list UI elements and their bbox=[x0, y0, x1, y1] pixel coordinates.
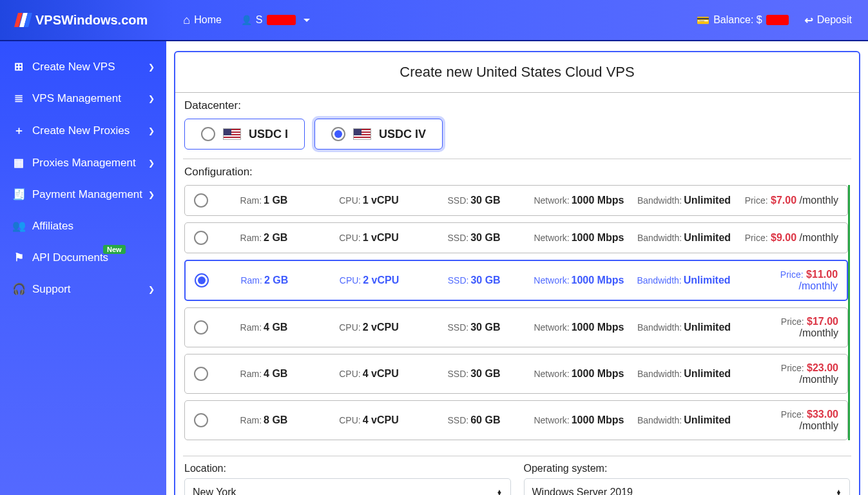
radio-icon bbox=[195, 273, 209, 287]
radio-icon bbox=[201, 127, 215, 141]
page-title: Create new United States Cloud VPS bbox=[175, 52, 859, 93]
nav-user-menu[interactable]: S bbox=[231, 14, 320, 26]
sidebar-item-label: Payment Management bbox=[32, 188, 142, 201]
radio-icon bbox=[194, 320, 208, 335]
sidebar-item-label: Create New Proxies bbox=[32, 124, 130, 137]
datacenter-option-usdc-iv[interactable]: USDC IV bbox=[314, 119, 443, 150]
sidebar-item-label: API Documents bbox=[32, 251, 108, 264]
sidebar-icon: 🧾 bbox=[12, 188, 26, 201]
redaction bbox=[766, 15, 789, 25]
username-redacted: S bbox=[256, 14, 263, 26]
configuration-label: Configuration: bbox=[184, 166, 850, 179]
sidebar-icon: ⊞ bbox=[12, 60, 26, 73]
create-vps-card: Create new United States Cloud VPS Datac… bbox=[174, 51, 860, 495]
us-flag-icon bbox=[353, 128, 371, 140]
radio-icon bbox=[194, 231, 208, 245]
sidebar-item-label: Create New VPS bbox=[32, 61, 115, 73]
radio-icon bbox=[331, 127, 345, 141]
config-option[interactable]: Ram:4 GBCPU:4 vCPUSSD:30 GBNetwork:1000 … bbox=[184, 354, 848, 394]
select-caret-icon bbox=[497, 490, 503, 496]
chevron-right-icon: ❯ bbox=[148, 94, 155, 103]
sidebar-icon: ≣ bbox=[12, 92, 26, 105]
sidebar-item-payment-management[interactable]: 🧾Payment Management❯ bbox=[0, 179, 166, 210]
sidebar-item-affiliates[interactable]: 👥Affiliates bbox=[0, 210, 166, 242]
nav-deposit[interactable]: Deposit bbox=[805, 14, 852, 26]
sidebar-item-vps-management[interactable]: ≣VPS Management❯ bbox=[0, 82, 166, 114]
config-option[interactable]: Ram:1 GBCPU:1 vCPUSSD:30 GBNetwork:1000 … bbox=[184, 185, 848, 216]
datacenter-name: USDC IV bbox=[379, 128, 426, 141]
caret-down-icon bbox=[304, 19, 310, 22]
config-option[interactable]: Ram:2 GBCPU:1 vCPUSSD:30 GBNetwork:1000 … bbox=[184, 222, 848, 253]
location-label: Location: bbox=[184, 463, 511, 474]
datacenter-label: Datacenter: bbox=[184, 99, 850, 112]
sidebar-icon: ▦ bbox=[12, 156, 26, 170]
sidebar-icon: ＋ bbox=[12, 123, 26, 138]
top-navbar: VPSWindows.com Home S Balance: $ Deposit bbox=[0, 0, 868, 41]
config-option[interactable]: Ram:2 GBCPU:2 vCPUSSD:30 GBNetwork:1000 … bbox=[184, 260, 848, 301]
sidebar-item-proxies-management[interactable]: ▦Proxies Management❯ bbox=[0, 147, 166, 179]
sidebar-icon: ⚑ bbox=[12, 251, 26, 264]
us-flag-icon bbox=[223, 128, 241, 140]
sidebar-icon: 👥 bbox=[12, 219, 26, 233]
config-option[interactable]: Ram:8 GBCPU:4 vCPUSSD:60 GBNetwork:1000 … bbox=[184, 400, 848, 440]
deposit-icon bbox=[805, 14, 813, 26]
sidebar-item-api-documents[interactable]: ⚑API DocumentsNew bbox=[0, 242, 166, 273]
chevron-right-icon: ❯ bbox=[148, 159, 155, 168]
sidebar-item-label: Support bbox=[32, 283, 71, 296]
new-badge: New bbox=[103, 245, 126, 254]
sidebar-item-label: Proxies Management bbox=[32, 157, 136, 170]
os-label: Operating system: bbox=[524, 463, 851, 474]
brand-text: VPSWindows.com bbox=[35, 13, 148, 28]
radio-icon bbox=[194, 413, 208, 427]
sidebar-item-label: Affiliates bbox=[32, 220, 73, 233]
brand[interactable]: VPSWindows.com bbox=[16, 13, 148, 28]
sidebar-item-create-new-vps[interactable]: ⊞Create New VPS❯ bbox=[0, 51, 166, 82]
datacenter-option-usdc-i[interactable]: USDC I bbox=[184, 119, 305, 150]
select-caret-icon bbox=[836, 490, 842, 496]
credit-card-icon bbox=[697, 14, 709, 26]
chevron-right-icon: ❯ bbox=[148, 285, 155, 294]
radio-icon bbox=[194, 193, 208, 208]
chevron-right-icon: ❯ bbox=[148, 190, 155, 199]
chevron-right-icon: ❯ bbox=[148, 63, 155, 72]
location-select[interactable]: New York bbox=[184, 478, 511, 495]
sidebar-item-support[interactable]: 🎧Support❯ bbox=[0, 273, 166, 305]
sidebar: ⊞Create New VPS❯≣VPS Management❯＋Create … bbox=[0, 41, 166, 495]
sidebar-item-label: VPS Management bbox=[32, 92, 121, 105]
user-icon bbox=[241, 14, 252, 26]
os-select[interactable]: Windows Server 2019 bbox=[524, 478, 851, 495]
datacenter-name: USDC I bbox=[249, 128, 288, 141]
sidebar-icon: 🎧 bbox=[12, 282, 26, 296]
radio-icon bbox=[194, 367, 208, 381]
config-option[interactable]: Ram:4 GBCPU:2 vCPUSSD:30 GBNetwork:1000 … bbox=[184, 307, 848, 347]
redaction bbox=[267, 15, 296, 25]
logo-icon bbox=[16, 13, 30, 27]
content: Create new United States Cloud VPS Datac… bbox=[166, 41, 868, 495]
home-icon bbox=[183, 14, 190, 27]
nav-balance[interactable]: Balance: $ bbox=[697, 14, 789, 26]
chevron-right-icon: ❯ bbox=[148, 126, 155, 135]
nav-home[interactable]: Home bbox=[173, 14, 231, 27]
sidebar-item-create-new-proxies[interactable]: ＋Create New Proxies❯ bbox=[0, 114, 166, 147]
